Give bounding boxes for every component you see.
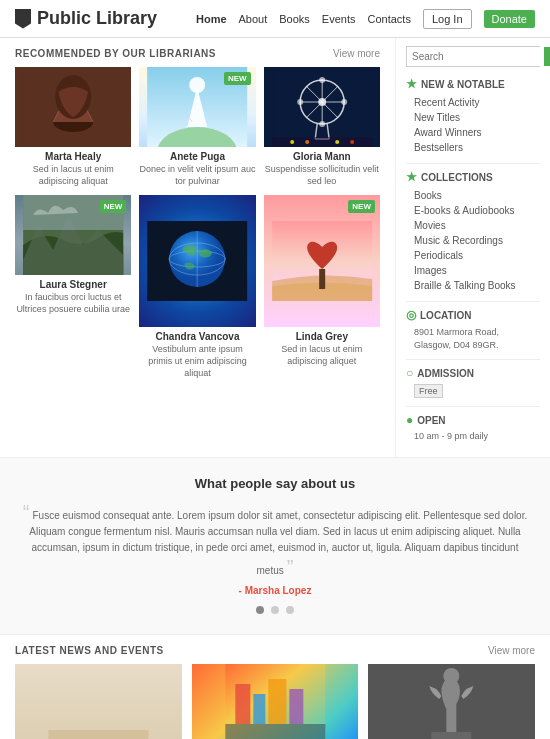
bookmark-icon [15,9,31,29]
person-icon: ○ [406,366,413,380]
book-desc-5: Vestibulum ante ipsum primis ut enim adi… [139,344,255,379]
search-input[interactable] [407,47,544,66]
main-content: RECOMMENDED BY OUR LIBRARIANS View more … [0,38,550,457]
svg-rect-40 [235,684,250,724]
open-section: ● OPEN 10 am - 9 pm daily [406,413,540,441]
book-name-2: Anete Puga [139,151,255,162]
recommended-view-more[interactable]: View more [333,48,380,59]
login-button[interactable]: Log In [423,9,472,29]
search-button[interactable]: ⌕ [544,47,550,66]
new-notable-title: ★ NEW & NOTABLE [406,77,540,91]
svg-rect-41 [253,694,265,724]
divider-3 [406,359,540,360]
book-name-4: Laura Stegner [15,279,131,290]
donate-button[interactable]: Donate [484,10,535,28]
sidebar-link-music[interactable]: Music & Recordings [406,233,540,248]
new-badge-4: NEW [100,200,127,213]
svg-rect-47 [432,732,472,739]
star-icon-1: ★ [406,77,417,91]
book-cover-4: NEW [15,195,131,275]
collections-title: ★ COLLECTIONS [406,170,540,184]
dot-1[interactable] [256,606,264,614]
news-card-1[interactable]: Exhibition Sed aliquet sit amet, euismod… [15,664,182,739]
sidebar-link-ebooks[interactable]: E-books & Audiobooks [406,203,540,218]
nav-events[interactable]: Events [322,13,356,25]
nav-home[interactable]: Home [196,13,227,25]
svg-point-19 [290,140,294,144]
testimonial-title: What people say about us [20,476,530,491]
sidebar-link-movies[interactable]: Movies [406,218,540,233]
book-name-3: Gloria Mann [264,151,380,162]
nav-contacts[interactable]: Contacts [368,13,411,25]
sidebar-link-books[interactable]: Books [406,188,540,203]
book-cover-svg-1 [15,67,131,147]
book-cover-6: NEW [264,195,380,327]
sidebar-link-images[interactable]: Images [406,263,540,278]
svg-point-46 [444,668,460,684]
sidebar-link-new-titles[interactable]: New Titles [406,110,540,125]
svg-rect-42 [268,679,286,724]
nav-about[interactable]: About [239,13,268,25]
testimonials-section: What people say about us “ Fusce euismod… [0,457,550,635]
svg-rect-31 [319,269,325,289]
svg-rect-44 [225,724,325,739]
location-address: 8901 Marmora Road,Glasgow, D04 89GR. [406,326,540,351]
svg-rect-18 [272,137,372,147]
svg-point-15 [297,99,303,105]
open-hours: 10 am - 9 pm daily [406,431,540,441]
news-img-svg-3 [368,664,535,739]
news-section-title: LATEST NEWS AND EVENTS [15,645,164,656]
book-card-2[interactable]: NEW An [139,67,255,187]
book-card-1[interactable]: Marta Healy Sed in lacus ut enim adipisc… [15,67,131,187]
dot-2[interactable] [271,606,279,614]
news-img-2 [192,664,359,739]
divider-4 [406,406,540,407]
sidebar-link-bestsellers[interactable]: Bestsellers [406,140,540,155]
sidebar-link-braille[interactable]: Braille & Talking Books [406,278,540,293]
svg-rect-32 [48,730,148,739]
quote-close-icon: ” [287,556,294,578]
admission-badge: Free [414,384,443,398]
recommended-title: RECOMMENDED BY OUR LIBRARIANS [15,48,216,59]
book-name-5: Chandra Vancova [139,331,255,342]
svg-point-21 [335,140,339,144]
news-view-more[interactable]: View more [488,645,535,656]
location-title: ◎ LOCATION [406,308,540,322]
news-img-svg-1 [15,730,182,739]
news-img-3 [368,664,535,739]
svg-point-12 [318,98,326,106]
sidebar-link-periodicals[interactable]: Periodicals [406,248,540,263]
book-card-3[interactable]: Gloria Mann Suspendisse sollicitudin vel… [264,67,380,187]
news-img-svg-2 [192,664,359,739]
book-card-6[interactable]: NEW [264,195,380,327]
svg-point-16 [341,99,347,105]
book-cover-svg-5 [139,221,255,301]
admission-title: ○ ADMISSION [406,366,540,380]
svg-rect-43 [289,689,303,724]
book-desc-6: Sed in lacus ut enim adipiscing aliquet [264,344,380,367]
book-cover-svg-3 [264,67,380,147]
testimonial-text: Fusce euismod consequat ante. Lorem ipsu… [29,510,527,576]
nav-books[interactable]: Books [279,13,310,25]
book-name-1: Marta Healy [15,151,131,162]
logo-text: Public Library [37,8,157,29]
news-header: LATEST NEWS AND EVENTS View more [15,645,535,656]
logo-area: Public Library [15,8,196,29]
news-card-3[interactable]: Exhibition Mauris accumsan nulla vel dia… [368,664,535,739]
sidebar-link-recent[interactable]: Recent Activity [406,95,540,110]
book-card-4[interactable]: NEW Laura Stegner In faucibus orci luctu… [15,195,131,327]
location-section: ◎ LOCATION 8901 Marmora Road,Glasgow, D0… [406,308,540,351]
search-box: ⌕ [406,46,540,67]
news-grid: Exhibition Sed aliquet sit amet, euismod… [15,664,535,739]
sidebar-link-award[interactable]: Award Winners [406,125,540,140]
book-card-5[interactable]: Chandra Vancova Vestibulum ante ipsum pr… [139,195,255,327]
testimonial-author: - Marsha Lopez [20,585,530,596]
divider-1 [406,163,540,164]
svg-point-20 [305,140,309,144]
star-icon-2: ★ [406,170,417,184]
book-grid: Marta Healy Sed in lacus ut enim adipisc… [15,67,380,327]
location-icon: ◎ [406,308,416,322]
book-cover-svg-6 [264,221,380,301]
news-card-2[interactable]: Free Exhibition In pede mi aliquet, sit … [192,664,359,739]
dot-3[interactable] [286,606,294,614]
